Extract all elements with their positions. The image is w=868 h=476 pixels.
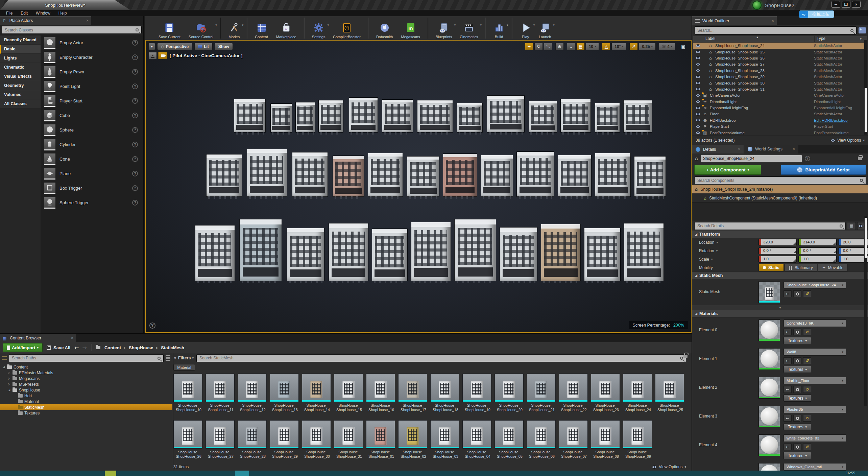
search-assets-input[interactable]: Search StaticMesh bbox=[196, 354, 686, 362]
textures-button[interactable]: Textures▾ bbox=[783, 337, 811, 344]
help-icon[interactable]: ? bbox=[132, 113, 138, 118]
sidebar-item-geometry[interactable]: Geometry bbox=[0, 81, 41, 90]
browse-icon[interactable] bbox=[793, 329, 801, 335]
show-button[interactable]: Show bbox=[215, 43, 233, 50]
asset-tile[interactable]: ShopHouse_ShopHouse_09 bbox=[623, 420, 653, 459]
use-selected-icon[interactable]: ← bbox=[783, 444, 792, 450]
rotate-tool-button[interactable]: ↻ bbox=[534, 43, 543, 50]
forward-icon[interactable]: → bbox=[82, 344, 87, 351]
eject-pilot-button[interactable]: ▲ bbox=[149, 52, 157, 59]
asset-tile[interactable]: ShopHouse_ShopHouse_02 bbox=[398, 420, 429, 459]
help-icon[interactable]: ? bbox=[805, 156, 810, 161]
toolbar-button-launch[interactable]: Launch bbox=[535, 16, 555, 40]
menu-edit[interactable]: Edit bbox=[17, 11, 31, 16]
scrollbar-thumb[interactable] bbox=[865, 88, 867, 132]
grid-snap-value[interactable]: 10▾ bbox=[586, 43, 599, 50]
tab-content-browser[interactable]: Content Browser × bbox=[0, 334, 76, 342]
material-filter-chip[interactable]: Material bbox=[173, 364, 195, 371]
material-dropdown[interactable]: Marble_Floor▾ bbox=[783, 377, 846, 384]
toolbar-button-modes[interactable]: Modes bbox=[224, 16, 244, 40]
static-mesh-section-header[interactable]: ◢Static Mesh bbox=[692, 272, 868, 279]
asset-tile[interactable]: ShopHouse_ShopHouse_24 bbox=[623, 374, 653, 412]
textures-button[interactable]: Textures▾ bbox=[783, 366, 811, 373]
component-instance-row[interactable]: ⌂ ShopHouse_ShopHouse_24(Instance) bbox=[692, 185, 868, 193]
place-item-point-light[interactable]: Point Light? bbox=[41, 79, 143, 94]
outliner-view-options[interactable]: View Options▾ bbox=[830, 138, 865, 143]
reset-icon[interactable]: ↺ bbox=[803, 290, 811, 297]
visibility-eye-icon[interactable] bbox=[696, 119, 700, 122]
save-all-button[interactable]: Save All bbox=[47, 345, 70, 350]
browse-icon[interactable] bbox=[793, 415, 801, 422]
help-icon[interactable]: ? bbox=[132, 156, 138, 162]
axis-field-z[interactable]: 0.0 ° bbox=[838, 247, 868, 254]
asset-tile[interactable]: ShopHouse_ShopHouse_26 bbox=[173, 420, 204, 459]
expander-icon[interactable]: ▷ bbox=[7, 371, 11, 374]
sidebar-item-recently-placed[interactable]: Recently Placed bbox=[0, 35, 41, 45]
asset-tile[interactable]: ShopHouse_ShopHouse_06 bbox=[527, 420, 557, 459]
asset-tile[interactable]: ShopHouse_ShopHouse_04 bbox=[462, 420, 493, 459]
outliner-row[interactable]: ⚑PlayerStartPlayerStart bbox=[693, 123, 867, 129]
use-selected-icon[interactable]: ← bbox=[783, 290, 792, 297]
place-item-sphere-trigger[interactable]: Sphere Trigger? bbox=[41, 195, 143, 210]
drag-corner-icon[interactable] bbox=[793, 256, 796, 262]
sources-toggle-icon[interactable] bbox=[2, 356, 7, 360]
property-matrix-button[interactable]: ▦ bbox=[847, 222, 856, 230]
outliner-row[interactable]: ●HDRIBackdropEdit HDRIBackdrop bbox=[693, 117, 867, 123]
toolbar-button-source-control[interactable]: Source Control bbox=[185, 16, 217, 40]
visibility-eye-icon[interactable] bbox=[696, 50, 700, 53]
close-icon[interactable]: × bbox=[71, 336, 73, 340]
details-scrollbar[interactable] bbox=[864, 216, 867, 406]
search-components-input[interactable]: Search Components bbox=[694, 176, 866, 184]
place-item-empty-character[interactable]: Empty Character? bbox=[41, 50, 143, 65]
edit-hdri-link[interactable]: Edit HDRIBackdrop bbox=[814, 118, 848, 122]
dropdown-caret-icon[interactable]: ▾ bbox=[507, 23, 508, 33]
help-icon[interactable]: ? bbox=[132, 98, 138, 104]
section-expander[interactable]: ▼ bbox=[692, 305, 868, 310]
outliner-row[interactable]: ⌂ShopHouse_ShopHouse_27StaticMeshActor bbox=[693, 61, 867, 67]
menu-file[interactable]: File bbox=[3, 11, 16, 16]
drag-corner-icon[interactable] bbox=[793, 239, 796, 245]
axis-field-z[interactable]: 20.0 bbox=[838, 239, 868, 246]
axis-field-x[interactable]: 320.0 bbox=[758, 239, 797, 246]
help-icon[interactable]: ? bbox=[132, 40, 138, 46]
materials-section-header[interactable]: ◢Materials bbox=[692, 310, 868, 317]
visibility-eye-icon[interactable] bbox=[696, 63, 700, 66]
textures-button[interactable]: Textures▾ bbox=[783, 423, 811, 430]
asset-tile[interactable]: ShopHouse_ShopHouse_29 bbox=[270, 420, 300, 459]
material-thumbnail[interactable] bbox=[758, 434, 780, 456]
asset-tile[interactable]: ShopHouse_ShopHouse_20 bbox=[495, 374, 525, 412]
sidebar-item-cinematic[interactable]: Cinematic bbox=[0, 63, 41, 72]
toolbar-button-blueprints[interactable]: Blueprints bbox=[432, 16, 456, 40]
material-dropdown[interactable]: Plaster35▾ bbox=[783, 406, 846, 413]
visibility-eye-icon[interactable] bbox=[696, 69, 700, 72]
place-item-sphere[interactable]: Sphere? bbox=[41, 123, 143, 137]
breadcrumb-content[interactable]: Content bbox=[104, 345, 121, 350]
asset-tile[interactable]: ShopHouse_ShopHouse_16 bbox=[366, 374, 396, 412]
reset-icon[interactable]: ↺ bbox=[803, 386, 811, 393]
visibility-eye-icon[interactable] bbox=[696, 75, 700, 78]
outliner-row[interactable]: ▣CineCameraActorCineCameraActor bbox=[693, 92, 867, 98]
material-dropdown[interactable]: Concrete13_6K▾ bbox=[783, 319, 846, 327]
toolbar-button-datasmith[interactable]: Datasmith bbox=[372, 16, 397, 40]
visibility-eye-icon[interactable] bbox=[696, 125, 700, 128]
sidebar-item-basic[interactable]: Basic bbox=[0, 45, 41, 54]
outliner-row[interactable]: ⌂ShopHouse_ShopHouse_28StaticMeshActor bbox=[693, 68, 867, 74]
outliner-row[interactable]: ⌂ShopHouse_ShopHouse_31StaticMeshActor bbox=[693, 86, 867, 92]
asset-tile[interactable]: ShopHouse_ShopHouse_13 bbox=[270, 374, 300, 412]
visibility-eye-icon[interactable] bbox=[696, 44, 700, 47]
toolbar-button-cinematics[interactable]: Cinematics bbox=[456, 16, 482, 40]
use-selected-icon[interactable]: ← bbox=[783, 357, 792, 364]
textures-button[interactable]: Textures▾ bbox=[783, 452, 811, 459]
sidebar-item-all-classes[interactable]: All Classes bbox=[0, 99, 41, 109]
visibility-eye-icon[interactable] bbox=[696, 106, 700, 110]
close-button[interactable]: × bbox=[852, 1, 861, 8]
outliner-column-headers[interactable]: Label Type ▲ ▼ bbox=[693, 36, 867, 42]
property-label[interactable]: Rotation▾ bbox=[692, 248, 758, 253]
place-item-plane[interactable]: Plane? bbox=[41, 166, 143, 181]
material-thumbnail[interactable] bbox=[758, 463, 780, 471]
folder-megascans[interactable]: ▷Megascans bbox=[0, 376, 172, 381]
axis-field-y[interactable]: 3140.0 bbox=[798, 239, 837, 246]
lock-icon[interactable] bbox=[858, 157, 862, 160]
place-item-cylinder[interactable]: Cylinder? bbox=[41, 137, 143, 152]
blueprint-add-script-button[interactable]: Blueprint/Add Script bbox=[781, 165, 866, 175]
